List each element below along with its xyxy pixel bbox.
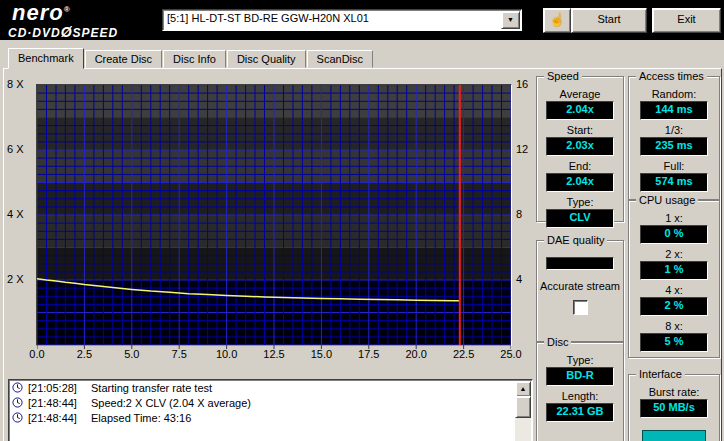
disc-panel: Disc Type: BD-R Length: 22.31 GB	[536, 342, 624, 441]
x-axis-label: 5.0	[114, 348, 150, 360]
start-value: 2.03x	[546, 137, 614, 156]
log-text: Speed:2 X CLV (2.04 X average)	[91, 397, 251, 409]
scroll-up-button[interactable]: ▲	[515, 381, 531, 397]
dae-quality-title: DAE quality	[544, 234, 607, 246]
cpu-8x-value: 5 %	[640, 333, 708, 352]
log-time: [21:05:28]	[28, 382, 86, 394]
disc-type-value: BD-R	[546, 367, 614, 386]
cpu-1x-label: 1 x:	[629, 212, 719, 224]
slash-o-icon: Ø	[61, 24, 73, 40]
type-label: Type:	[537, 196, 623, 208]
full-label: Full:	[629, 160, 719, 172]
tab-benchmark[interactable]: Benchmark	[8, 48, 84, 69]
random-value: 144 ms	[640, 101, 708, 120]
x-axis-label: 17.5	[351, 348, 387, 360]
log-text: Elapsed Time: 43:16	[91, 412, 191, 424]
x-axis-label: 20.0	[398, 348, 434, 360]
accurate-stream-checkbox[interactable]	[573, 300, 588, 315]
disc-length-value: 22.31 GB	[546, 403, 614, 422]
cpu-1x-value: 0 %	[640, 225, 708, 244]
end-label: End:	[537, 160, 623, 172]
end-value: 2.04x	[546, 173, 614, 192]
transfer-rate-plot	[37, 85, 511, 351]
x-axis-label: 0.0	[19, 348, 55, 360]
one-third-value: 235 ms	[640, 137, 708, 156]
drive-select-dropdown-button[interactable]: ▼	[501, 11, 520, 29]
cpu-2x-value: 1 %	[640, 261, 708, 280]
dae-quality-panel: DAE quality Accurate stream	[536, 240, 624, 342]
start-label: Start:	[537, 124, 623, 136]
drive-select-value: [5:1] HL-DT-ST BD-RE GGW-H20N XL01	[167, 12, 369, 24]
log-time: [21:48:44]	[28, 412, 86, 424]
tab-bar: Benchmark Create Disc Disc Info Disc Qua…	[8, 48, 374, 68]
burst-rate-label: Burst rate:	[629, 386, 719, 398]
x-axis-label: 15.0	[303, 348, 339, 360]
log-listbox[interactable]: [21:05:28] Starting transfer rate test […	[8, 379, 533, 441]
clock-icon	[12, 382, 23, 393]
cpu-4x-label: 4 x:	[629, 284, 719, 296]
average-value: 2.04x	[546, 101, 614, 120]
log-entry[interactable]: [21:05:28] Starting transfer rate test	[9, 380, 532, 395]
drive-select-combobox[interactable]: [5:1] HL-DT-ST BD-RE GGW-H20N XL01 ▼	[162, 9, 522, 31]
cpu-8x-label: 8 x:	[629, 320, 719, 332]
access-times-title: Access times	[636, 70, 707, 82]
log-scrollbar[interactable]: ▲	[515, 381, 531, 441]
speed-panel-title: Speed	[544, 70, 582, 82]
cddvd-text: CD·DVD	[8, 26, 61, 40]
one-third-label: 1/3:	[629, 124, 719, 136]
dae-quality-meter	[546, 257, 614, 270]
x-axis-label: 7.5	[161, 348, 197, 360]
registered-mark: ®	[64, 5, 71, 14]
disc-length-label: Length:	[537, 390, 623, 402]
scrollbar-thumb[interactable]	[515, 396, 531, 418]
x-axis-label: 25.0	[493, 348, 529, 360]
interface-title: Interface	[636, 368, 685, 380]
full-value: 574 ms	[640, 173, 708, 192]
y-axis-label-left: 2 X	[7, 273, 35, 285]
chevron-down-icon: ▼	[507, 16, 514, 23]
x-axis-label: 22.5	[446, 348, 482, 360]
disc-type-label: Type:	[537, 354, 623, 366]
tab-scandisc[interactable]: ScanDisc	[307, 50, 373, 68]
speed-text: SPEED	[73, 26, 119, 40]
y-axis-label-left: 6 X	[7, 143, 35, 155]
type-value: CLV	[546, 209, 614, 228]
accurate-stream-label: Accurate stream	[537, 280, 623, 293]
nero-logo: nero®	[12, 0, 71, 26]
cpu-usage-title: CPU usage	[636, 194, 698, 206]
access-times-panel: Access times Random: 144 ms 1/3: 235 ms …	[628, 76, 720, 200]
nero-logo-text: nero	[12, 0, 64, 25]
options-button[interactable]: ☝	[543, 8, 571, 33]
x-axis-label: 10.0	[209, 348, 245, 360]
clock-icon	[12, 412, 23, 423]
partial-value-box	[642, 430, 706, 441]
arrow-up-icon: ▲	[520, 385, 527, 392]
log-entry[interactable]: [21:48:44] Speed:2 X CLV (2.04 X average…	[9, 395, 532, 410]
log-entry[interactable]: [21:48:44] Elapsed Time: 43:16	[9, 410, 532, 425]
cpu-4x-value: 2 %	[640, 297, 708, 316]
app-window: { "header": { "logo": {"brand": "nero", …	[0, 0, 724, 441]
tab-create-disc[interactable]: Create Disc	[85, 50, 162, 68]
random-label: Random:	[629, 88, 719, 100]
y-axis-label-left: 4 X	[7, 208, 35, 220]
hand-icon: ☝	[549, 12, 565, 27]
start-button[interactable]: Start	[571, 8, 647, 33]
log-time: [21:48:44]	[28, 397, 86, 409]
benchmark-chart: 8 X6 X4 X2 X1612840.02.55.07.510.012.515…	[36, 84, 512, 346]
disc-panel-title: Disc	[544, 336, 571, 348]
exit-button[interactable]: Exit	[652, 8, 721, 33]
y-axis-label-left: 8 X	[7, 78, 35, 90]
x-axis-label: 12.5	[256, 348, 292, 360]
burst-rate-value: 50 MB/s	[640, 399, 708, 418]
cpu-2x-label: 2 x:	[629, 248, 719, 260]
cddvd-speed-logo: CD·DVDØSPEED	[8, 24, 118, 40]
average-label: Average	[537, 88, 623, 100]
cpu-usage-panel: CPU usage 1 x: 0 % 2 x: 1 % 4 x: 2 % 8 x…	[628, 200, 720, 358]
clock-icon	[12, 397, 23, 408]
x-axis-label: 2.5	[66, 348, 102, 360]
log-text: Starting transfer rate test	[91, 382, 212, 394]
speed-panel: Speed Average 2.04x Start: 2.03x End: 2.…	[536, 76, 624, 222]
tab-disc-info[interactable]: Disc Info	[163, 50, 226, 68]
tab-disc-quality[interactable]: Disc Quality	[227, 50, 306, 68]
header-bar: nero® CD·DVDØSPEED [5:1] HL-DT-ST BD-RE …	[0, 0, 724, 40]
